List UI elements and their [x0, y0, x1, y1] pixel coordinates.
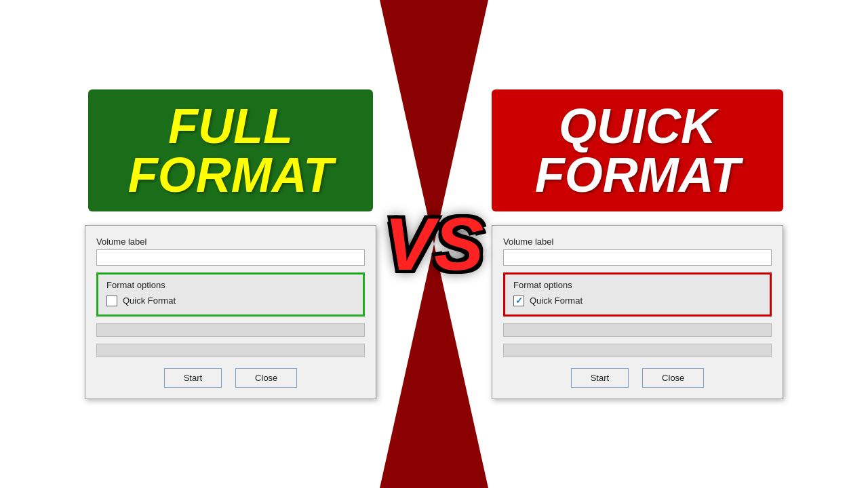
left-start-button[interactable]: Start	[164, 368, 222, 388]
left-volume-input[interactable]	[96, 249, 365, 266]
quick-format-dialog: Volume label Format options ✓ Quick Form…	[492, 225, 783, 399]
vs-label: VS	[384, 207, 484, 281]
full-format-title: FULL FORMAT	[115, 102, 346, 199]
right-dialog-buttons: Start Close	[503, 368, 772, 388]
quick-format-title: QUICK FORMAT	[519, 102, 756, 199]
right-close-button[interactable]: Close	[642, 368, 704, 388]
right-start-button[interactable]: Start	[571, 368, 629, 388]
left-bottom-bar	[96, 344, 365, 357]
right-format-options-box: Format options ✓ Quick Format	[503, 272, 772, 317]
left-quick-format-label: Quick Format	[123, 296, 176, 306]
left-volume-label: Volume label	[96, 237, 365, 247]
right-format-options-label: Format options	[513, 280, 762, 290]
left-close-button[interactable]: Close	[235, 368, 297, 388]
vs-center: VS	[373, 0, 495, 488]
left-format-options-box: Format options Quick Format	[96, 272, 365, 317]
right-quick-format-checkbox[interactable]: ✓	[513, 296, 524, 306]
right-quick-format-label: Quick Format	[530, 296, 583, 306]
full-format-banner: FULL FORMAT	[88, 89, 373, 211]
left-format-options-label: Format options	[106, 280, 355, 290]
left-side: FULL FORMAT Volume label Format options …	[85, 89, 376, 399]
right-bottom-bar	[503, 344, 772, 357]
right-volume-label: Volume label	[503, 237, 772, 247]
left-quick-format-checkbox[interactable]	[106, 296, 117, 306]
full-format-dialog: Volume label Format options Quick Format…	[85, 225, 376, 399]
left-quick-format-row: Quick Format	[106, 296, 355, 306]
quick-format-banner: QUICK FORMAT	[492, 89, 783, 211]
left-progress-bar	[96, 323, 365, 337]
right-volume-input[interactable]	[503, 249, 772, 266]
left-dialog-buttons: Start Close	[96, 368, 365, 388]
right-progress-bar	[503, 323, 772, 337]
right-side: QUICK FORMAT Volume label Format options…	[492, 89, 783, 399]
right-quick-format-row: ✓ Quick Format	[513, 296, 762, 306]
